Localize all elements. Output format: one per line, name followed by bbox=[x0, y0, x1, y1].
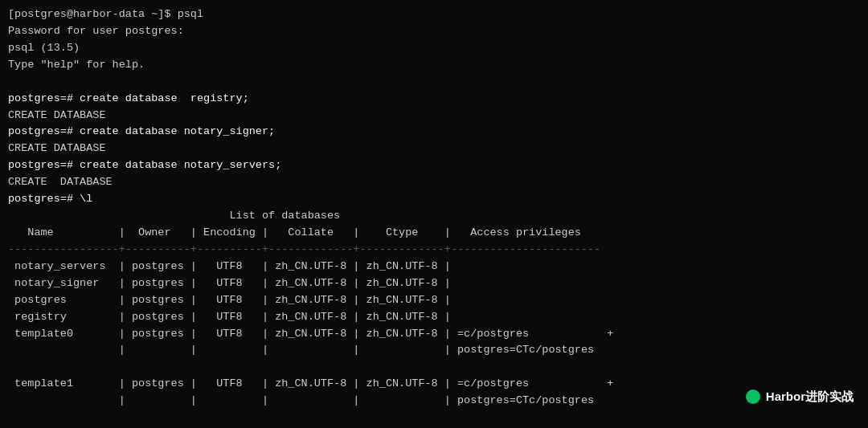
line-1: [postgres@harbor-data ~]$ psql bbox=[8, 6, 860, 23]
table-row-template1: template1 | postgres | UTF8 | zh_CN.UTF-… bbox=[8, 376, 860, 393]
table-row-notary-signer: notary_signer | postgres | UTF8 | zh_CN.… bbox=[8, 275, 860, 292]
wechat-icon bbox=[746, 389, 760, 404]
line-blank-2 bbox=[8, 359, 860, 376]
table-row-template0: template0 | postgres | UTF8 | zh_CN.UTF-… bbox=[8, 326, 860, 343]
table-title: List of databases bbox=[8, 208, 860, 225]
line-cmd-4: postgres=# \l bbox=[8, 191, 860, 208]
watermark-text: Harbor进阶实战 bbox=[766, 389, 854, 403]
line-out-3: CREATE DATABASE bbox=[8, 174, 860, 191]
table-row-template1-cont: | | | | | postgres=CTc/postgres bbox=[8, 393, 860, 410]
table-row-postgres: postgres | postgres | UTF8 | zh_CN.UTF-8… bbox=[8, 292, 860, 309]
table-row-template0-cont: | | | | | postgres=CTc/postgres bbox=[8, 342, 860, 359]
line-2: Password for user postgres: bbox=[8, 23, 860, 40]
table-columns: Name | Owner | Encoding | Collate | Ctyp… bbox=[8, 225, 860, 242]
table-separator: -----------------+----------+----------+… bbox=[8, 242, 860, 259]
line-out-1: CREATE DATABASE bbox=[8, 108, 860, 124]
line-blank-1 bbox=[8, 74, 860, 91]
table-row-notary-servers: notary_servers | postgres | UTF8 | zh_CN… bbox=[8, 259, 860, 275]
line-cmd-3: postgres=# create database notary_server… bbox=[8, 157, 860, 174]
line-4: Type "help" for help. bbox=[8, 57, 860, 74]
table-row-registry: registry | postgres | UTF8 | zh_CN.UTF-8… bbox=[8, 309, 860, 326]
terminal-window: [postgres@harbor-data ~]$ psql Password … bbox=[0, 0, 868, 428]
watermark: Harbor进阶实战 bbox=[746, 387, 854, 406]
line-out-2: CREATE DATABASE bbox=[8, 141, 860, 157]
line-blank-3 bbox=[8, 410, 860, 426]
line-3: psql (13.5) bbox=[8, 40, 860, 57]
line-cmd-1: postgres=# create database registry; bbox=[8, 91, 860, 108]
line-cmd-2: postgres=# create database notary_signer… bbox=[8, 124, 860, 141]
